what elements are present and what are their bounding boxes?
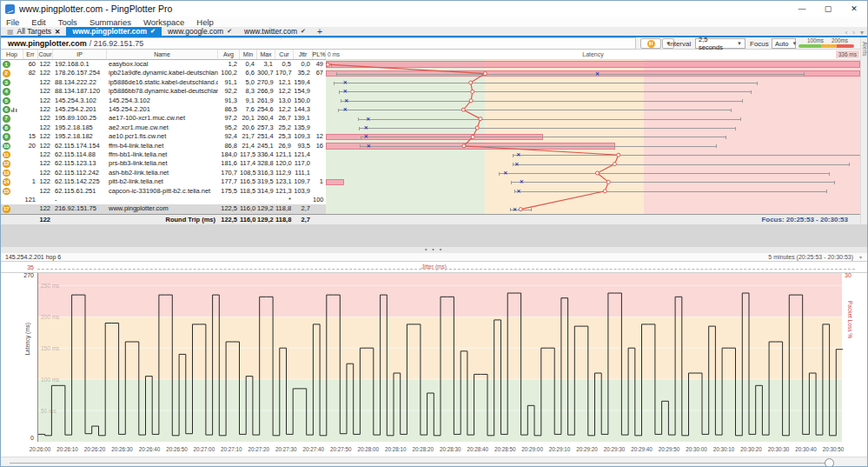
cell-jttr: [294, 196, 313, 204]
table-row[interactable]: 1512262.115.61.251capcon-ic-331908-pitt-…: [1, 187, 326, 196]
cell-min: 7,6: [240, 105, 257, 114]
cell-err: [23, 187, 38, 196]
range-end-tick: [513, 154, 514, 157]
cell-pl: [313, 169, 326, 177]
timeline-scrollbar[interactable]: [1, 457, 867, 467]
menu-item-tools[interactable]: Tools: [58, 17, 77, 27]
current-latency-marker: ✕: [367, 143, 371, 149]
hop-badge: 14: [3, 178, 10, 186]
cell-cour: 122: [38, 187, 53, 196]
table-row[interactable]: 6122145.254.2.201145.254.2.20186,57,6254…: [1, 105, 326, 114]
maximize-button[interactable]: ▢: [815, 1, 841, 17]
pause-icon: [647, 40, 655, 48]
menu-item-help[interactable]: Help: [196, 17, 214, 27]
menu-item-summaries[interactable]: Summaries: [89, 17, 131, 27]
x-tick-label: 20:29:10: [549, 446, 571, 452]
cell-hop: 11: [1, 150, 23, 159]
column-header-cur[interactable]: Cur: [275, 50, 294, 59]
cell-hop: 7: [1, 114, 23, 123]
cell-jttr: 109,7: [294, 177, 313, 186]
table-row[interactable]: 1112262.115.114.88ffm-bb1-link.telia.net…: [1, 150, 326, 159]
scrollbar-thumb[interactable]: [825, 458, 834, 467]
tab-close-icon[interactable]: ✕: [55, 28, 60, 36]
tab-scroll-right-icon[interactable]: ›: [852, 29, 855, 37]
minimize-button[interactable]: —: [789, 1, 815, 17]
table-row[interactable]: 121-*100: [1, 196, 326, 204]
range-end-tick: [514, 190, 515, 193]
table-row[interactable]: 160122192.168.0.1easybox.local1,20,43,10…: [1, 60, 326, 69]
tab-all-targets[interactable]: ▦ All Targets ✕: [1, 27, 66, 36]
table-row[interactable]: 102012262.115.174.154ffm-b4-link.telia.n…: [1, 142, 326, 150]
cell-max: 3,1: [257, 60, 275, 69]
column-header-ip[interactable]: IP: [53, 50, 107, 59]
range-end-tick: [726, 136, 726, 139]
interval-label: Interval: [668, 40, 691, 48]
table-row[interactable]: 17122216.92.151.75www.pingplotter.com122…: [1, 204, 326, 213]
cell-cur: 0,5: [275, 60, 294, 69]
tab-www-google-com[interactable]: www.google.com✔: [162, 27, 238, 36]
target-address[interactable]: www.pingplotter.com / 216.92.151.75: [1, 37, 636, 50]
alerts-side-tab[interactable]: Alerts: [860, 37, 868, 224]
close-button[interactable]: ✕: [841, 1, 867, 17]
table-row[interactable]: 412288.134.187.120ip5886bb78.dynamic.kab…: [1, 87, 326, 96]
cell-max: 261,9: [257, 97, 275, 105]
interval-select[interactable]: 2,5 seconds ▼: [695, 38, 745, 49]
panel-splitter[interactable]: [1, 224, 867, 247]
tab-www-twitter-com[interactable]: www.twitter.com✔: [238, 27, 312, 36]
cell-min: [240, 196, 257, 204]
timeline-range-selector[interactable]: 5 minutes (20:25:53 - 20:30:53): [768, 254, 853, 260]
menu-item-edit[interactable]: Edit: [31, 17, 45, 27]
cell-avg: 100,2: [218, 69, 240, 77]
cell-max: 270,9: [257, 78, 275, 87]
menu-item-workspace[interactable]: Workspace: [143, 17, 184, 27]
legend-gradient-bar: [798, 44, 854, 48]
splitter-handle[interactable]: • • •: [1, 247, 867, 253]
tab-menu-icon[interactable]: ▾: [860, 29, 864, 37]
cell-pl: 100: [313, 196, 326, 204]
latency-axis-min: 0: [15, 435, 34, 441]
range-end-tick: [513, 163, 514, 166]
cell-cur: 26,9: [275, 142, 294, 150]
tab-scroll-left-icon[interactable]: ‹: [845, 29, 848, 37]
table-row[interactable]: 312288.134.222.22ip5886de16.static.kabel…: [1, 78, 326, 87]
tab-www-pingplotter-com[interactable]: www.pingplotter.com✔: [66, 27, 162, 36]
column-header-pl[interactable]: PL%: [313, 50, 326, 59]
focus-select[interactable]: Auto ▼: [772, 38, 796, 49]
table-row[interactable]: 1212262.115.123.13prs-bb3-link.telia.net…: [1, 159, 326, 168]
zone-label: 100 ms: [41, 377, 59, 383]
table-row[interactable]: 8122195.2.18.185ae2.xcr1.mue.cw.net95,22…: [1, 123, 326, 132]
chevron-down-icon[interactable]: ▾: [859, 254, 862, 260]
cell-cur: 25,3: [275, 132, 294, 141]
column-header-max[interactable]: Max: [257, 50, 275, 59]
column-header-err[interactable]: Err: [23, 50, 38, 59]
column-header-hop[interactable]: Hop: [1, 50, 23, 59]
table-row[interactable]: 7122195.89.100.25ae17-100-xcr1.muc.cw.ne…: [1, 114, 326, 123]
column-header-avg[interactable]: Avg: [218, 50, 240, 59]
table-row[interactable]: 915122195.2.18.182ae10.pcr1.fis.cw.net92…: [1, 132, 326, 141]
table-row[interactable]: 282122178.26.157.254ipb21a9dfe.dynamic.k…: [1, 69, 326, 77]
column-header-name[interactable]: Name: [107, 50, 218, 59]
pause-button[interactable]: [640, 38, 661, 49]
latency-axis-max: 270: [15, 272, 34, 278]
table-row[interactable]: 1312262.115.112.242ash-bb2-link.telia.ne…: [1, 169, 326, 177]
menu-item-file[interactable]: File: [6, 17, 19, 27]
tab-bar: ▦ All Targets ✕ www.pingplotter.com✔www.…: [1, 27, 867, 37]
column-header-cour[interactable]: Cour: [38, 50, 53, 59]
table-body: 160122192.168.0.1easybox.local1,20,43,10…: [1, 60, 326, 214]
hop-badge: 11: [3, 151, 10, 159]
cell-min: 116,5: [240, 177, 257, 186]
table-row[interactable]: 14112262.115.142.225pitt-b2-link.telia.n…: [1, 177, 326, 186]
cell-err: 82: [23, 69, 38, 77]
cell-max: 336,4: [257, 150, 275, 159]
cell-hop: 6: [1, 105, 23, 114]
column-header-jttr[interactable]: Jttr: [294, 50, 313, 59]
cell-cour: 122: [38, 159, 53, 168]
column-header-min[interactable]: Min: [240, 50, 257, 59]
cell-cour: 122: [38, 150, 53, 159]
timeline-plot[interactable]: 250 ms200 ms150 ms100 ms50 ms: [37, 273, 842, 442]
table-row[interactable]: 5122145.254.3.102145.254.3.10291,39,1261…: [1, 97, 326, 105]
tab-check-icon: ✔: [227, 28, 232, 35]
new-tab-button[interactable]: +: [312, 27, 328, 36]
current-latency-marker: ✕: [513, 207, 517, 212]
cell-cour: 122: [38, 97, 53, 105]
